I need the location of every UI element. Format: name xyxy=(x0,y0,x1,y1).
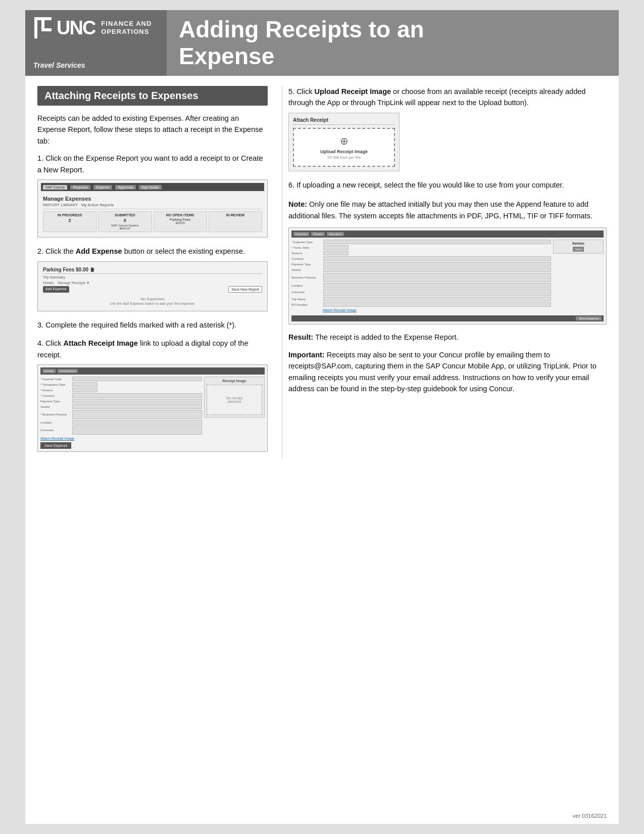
ss-tab-expense: Expense xyxy=(93,185,112,190)
step-1-text: 1. Click on the Expense Report you want … xyxy=(37,153,268,175)
step-4: 4. Click Attach Receipt Image link to up… xyxy=(37,338,268,452)
unc-logo-icon xyxy=(33,16,53,39)
upload-inner: ⊕ Upload Receipt Image 50 MB limit per f… xyxy=(293,128,395,167)
ss-large-left: * Expense Type * Transaction Date * Amou… xyxy=(40,377,202,449)
ss-no-expenses-text: No Expenses Use the Add Expense button t… xyxy=(43,297,262,306)
ss-card-inreview: IN REVIEW xyxy=(209,211,262,232)
ss-manage-title: Manage Expenses xyxy=(43,196,262,202)
step-5: 5. Click Upload Receipt Image or choose … xyxy=(288,86,607,109)
screenshot-parking-fees: Parking Fees $0.00 🗑 Trip Summary Detail… xyxy=(37,261,268,311)
page: UNC FINANCE AND OPERATIONS Travel Servic… xyxy=(25,10,619,824)
step-1: 1. Click on the Expense Report you want … xyxy=(37,153,268,238)
screenshot-receipt-form-large: Expense Details Allocation * Expense Typ… xyxy=(288,227,607,325)
step-2: 2. Click the Add Expense button or selec… xyxy=(37,246,268,311)
ss-tab-approvals: Approvals xyxy=(115,185,136,190)
upload-receipt-mockup: Attach Receipt ⊕ Upload Receipt Image 50… xyxy=(288,113,400,171)
ss-pf-buttons: Add Expense Save New Report xyxy=(43,286,262,293)
finance-line2: OPERATIONS xyxy=(101,28,152,36)
main-title: Adding Receipts to an Expense xyxy=(179,16,424,70)
step-4-text: 4. Click Attach Receipt Image link to up… xyxy=(37,338,268,360)
step-3-text: 3. Complete the required fields marked w… xyxy=(37,319,268,331)
svg-rect-0 xyxy=(34,17,37,38)
ss-tab-sapconcur: SAP Concur xyxy=(43,185,67,190)
ss-card-submitted: SUBMITTED 0 SAP Concur System $642.97 xyxy=(98,211,152,232)
unc-text: UNC xyxy=(57,18,95,37)
right-column: 5. Click Upload Receipt Image or choose … xyxy=(284,86,607,459)
ss-card-noopenitems: NO OPEN ITEMS Parking Fees $10.00 xyxy=(154,211,207,232)
result-block: Result: The receipt is added to the Expe… xyxy=(288,332,607,343)
note-block: Note: Only one file may be attached init… xyxy=(288,199,607,221)
step-2-text: 2. Click the Add Expense button or selec… xyxy=(37,246,268,257)
finance-line1: FINANCE AND xyxy=(101,20,152,28)
ss-parking-body: Parking Fees $0.00 🗑 Trip Summary Detail… xyxy=(41,265,264,308)
header-left: UNC FINANCE AND OPERATIONS Travel Servic… xyxy=(25,10,167,76)
upload-image-label: Upload Receipt Image xyxy=(302,149,386,154)
finance-text-block: FINANCE AND OPERATIONS xyxy=(101,20,152,35)
version-text: ver 03162021 xyxy=(573,813,607,819)
logo-row: UNC FINANCE AND OPERATIONS xyxy=(33,16,159,39)
upload-subtext: 50 MB limit per file xyxy=(302,155,386,160)
ss-add-expense-btn: Add Expense xyxy=(43,286,69,293)
svg-rect-3 xyxy=(41,28,52,31)
ss-tab-requests: Requests xyxy=(70,185,90,190)
ss-large-body: * Expense Type * Transaction Date * Amou… xyxy=(40,377,265,449)
content-area: Attaching Receipts to Expenses Receipts … xyxy=(25,76,619,469)
ss-card-inprogress: IN PROGRESS 2 xyxy=(43,211,96,232)
column-divider xyxy=(282,86,282,459)
attach-receipt-title: Attach Receipt xyxy=(293,117,395,125)
finance-ops: UNC xyxy=(57,18,95,37)
intro-text: Receipts can be added to existing Expens… xyxy=(37,113,268,147)
left-column: Attaching Receipts to Expenses Receipts … xyxy=(37,86,280,459)
ss-pf-subtitle: Trip Summary xyxy=(43,275,262,279)
ss-report-lib: REPORT LIBRARY My Active Reports xyxy=(43,203,262,209)
ss-form-save: Save Expense xyxy=(40,442,71,449)
step-6: 6. If uploading a new receipt, select th… xyxy=(288,179,607,191)
ss-cards-grid: IN PROGRESS 2 SUBMITTED 0 SAP Concur Sys… xyxy=(43,211,262,232)
upload-plus-icon: ⊕ xyxy=(302,135,386,147)
step-3: 3. Complete the required fields marked w… xyxy=(37,319,268,331)
ss-toolbar-1: SAP Concur Requests Expense Approvals Ap… xyxy=(41,183,264,191)
ss-large-toolbar: Details Itemizations xyxy=(40,367,265,375)
header-right: Adding Receipts to an Expense xyxy=(167,10,619,76)
ss-manage-body: Manage Expenses REPORT LIBRARY My Active… xyxy=(41,193,264,234)
header: UNC FINANCE AND OPERATIONS Travel Servic… xyxy=(25,10,619,76)
ss-tab-appstudio: App Studio xyxy=(139,185,161,190)
screenshot-attach-receipt: Details Itemizations * Expense Type * Tr… xyxy=(37,364,268,452)
important-block: Important: Receipts may also be sent to … xyxy=(288,349,607,395)
ss-pf-title: Parking Fees $0.00 🗑 xyxy=(43,267,262,274)
ss-large-right: Receipt Image No receiptattached xyxy=(204,377,265,449)
screenshot-manage-expenses: SAP Concur Requests Expense Approvals Ap… xyxy=(37,179,268,238)
section-title: Attaching Receipts to Expenses xyxy=(37,86,268,106)
travel-services-label: Travel Services xyxy=(33,61,159,70)
attach-receipt-link: Attach Receipt Image xyxy=(40,437,202,440)
ss-save-btn: Save New Report xyxy=(228,286,262,293)
